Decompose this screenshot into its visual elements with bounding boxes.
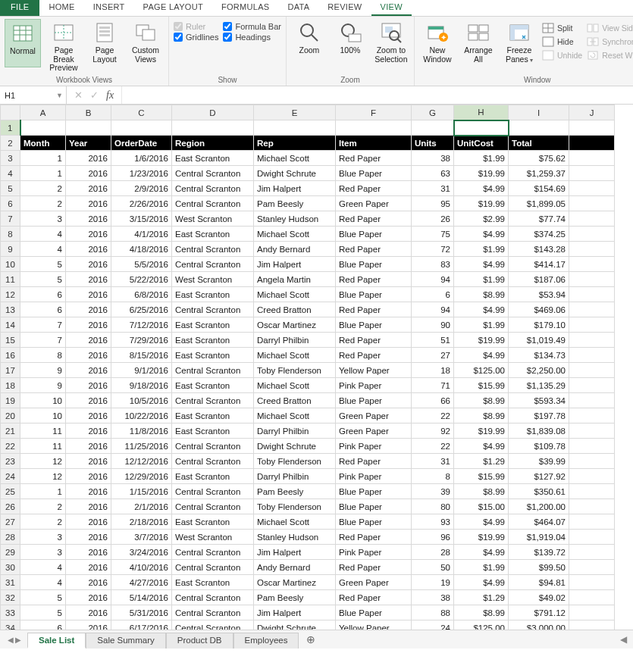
cell-C29[interactable]: 3/24/2016 (111, 545, 172, 560)
cell-A17[interactable]: 9 (20, 363, 66, 378)
col-header-D[interactable]: D (172, 105, 254, 120)
cell-I22[interactable]: $109.78 (509, 439, 569, 454)
100--button[interactable]: 100% (332, 19, 368, 66)
zoom-button[interactable]: Zoom (291, 19, 327, 66)
row-header-28[interactable]: 28 (1, 530, 20, 545)
cell-F3[interactable]: Red Paper (336, 151, 412, 166)
cell-D12[interactable]: East Scranton (172, 287, 254, 302)
col-header-J[interactable]: J (569, 105, 615, 120)
cell-J33[interactable] (569, 605, 615, 620)
cell-F12[interactable]: Blue Paper (336, 287, 412, 302)
cell-F19[interactable]: Blue Paper (336, 393, 412, 408)
cell-E13[interactable]: Creed Bratton (254, 302, 336, 317)
cell-J7[interactable] (569, 211, 615, 227)
cell-I6[interactable]: $1,899.05 (509, 196, 569, 211)
cell-C16[interactable]: 8/15/2016 (111, 348, 172, 363)
cell-H8[interactable]: $4.99 (454, 227, 509, 242)
cell-I10[interactable]: $414.17 (509, 257, 569, 272)
sheet-prev-icon[interactable]: ◀ (8, 636, 14, 644)
cell-B28[interactable]: 2016 (66, 530, 111, 545)
cell-D10[interactable]: Central Scranton (172, 257, 254, 272)
cell-F25[interactable]: Blue Paper (336, 484, 412, 499)
cell-J19[interactable] (569, 393, 615, 408)
cell-E6[interactable]: Pam Beesly (254, 196, 336, 211)
cell-C31[interactable]: 4/27/2016 (111, 575, 172, 590)
cell-B26[interactable]: 2016 (66, 499, 111, 514)
cell-C4[interactable]: 1/23/2016 (111, 166, 172, 181)
cell-E10[interactable]: Jim Halpert (254, 257, 336, 272)
cell-A28[interactable]: 3 (20, 530, 66, 545)
cell-G33[interactable]: 88 (412, 605, 454, 620)
cell-A33[interactable]: 5 (20, 605, 66, 620)
cell-G15[interactable]: 51 (412, 333, 454, 348)
cell-H27[interactable]: $4.99 (454, 514, 509, 530)
header-cell-item[interactable]: Item (336, 136, 412, 151)
cell-G16[interactable]: 27 (412, 348, 454, 363)
cell-A12[interactable]: 6 (20, 287, 66, 302)
cell-H26[interactable]: $15.00 (454, 499, 509, 514)
cell-C13[interactable]: 6/25/2016 (111, 302, 172, 317)
cell-G7[interactable]: 26 (412, 211, 454, 227)
cell-A24[interactable]: 12 (20, 469, 66, 484)
header-cell-total[interactable]: Total (509, 136, 569, 151)
cell-F9[interactable]: Red Paper (336, 242, 412, 257)
sheet-tab-employees[interactable]: Employees (233, 633, 299, 649)
cell-B6[interactable]: 2016 (66, 196, 111, 211)
cell-E4[interactable]: Dwight Schrute (254, 166, 336, 181)
cell-H17[interactable]: $125.00 (454, 363, 509, 378)
cell-F29[interactable]: Pink Paper (336, 545, 412, 560)
cell-D7[interactable]: West Scranton (172, 211, 254, 227)
row-header-21[interactable]: 21 (1, 424, 20, 439)
cell-F33[interactable]: Blue Paper (336, 605, 412, 620)
col-header-B[interactable]: B (66, 105, 111, 120)
cell-J24[interactable] (569, 469, 615, 484)
cell-D19[interactable]: Central Scranton (172, 393, 254, 408)
cell-D33[interactable]: Central Scranton (172, 605, 254, 620)
cell-I9[interactable]: $143.28 (509, 242, 569, 257)
cell-G34[interactable]: 24 (412, 620, 454, 631)
cell-C14[interactable]: 7/12/2016 (111, 317, 172, 333)
row-header-20[interactable]: 20 (1, 408, 20, 424)
cell-H12[interactable]: $8.99 (454, 287, 509, 302)
cell-C7[interactable]: 3/15/2016 (111, 211, 172, 227)
cell-A15[interactable]: 7 (20, 333, 66, 348)
cell-F28[interactable]: Red Paper (336, 530, 412, 545)
cell-A31[interactable]: 4 (20, 575, 66, 590)
cell-J17[interactable] (569, 363, 615, 378)
cell-E12[interactable]: Michael Scott (254, 287, 336, 302)
row-header-8[interactable]: 8 (1, 227, 20, 242)
row-header-11[interactable]: 11 (1, 272, 20, 287)
sheet-tab-sale-summary[interactable]: Sale Summary (86, 633, 165, 649)
cell-D11[interactable]: West Scranton (172, 272, 254, 287)
cell-E8[interactable]: Michael Scott (254, 227, 336, 242)
cell-F21[interactable]: Green Paper (336, 424, 412, 439)
cell-J16[interactable] (569, 348, 615, 363)
row-header-23[interactable]: 23 (1, 454, 20, 469)
cell-J10[interactable] (569, 257, 615, 272)
cell-E27[interactable]: Michael Scott (254, 514, 336, 530)
row-header-1[interactable]: 1 (1, 120, 20, 136)
cell-G28[interactable]: 96 (412, 530, 454, 545)
cell-F13[interactable]: Red Paper (336, 302, 412, 317)
cell-C8[interactable]: 4/1/2016 (111, 227, 172, 242)
col-header-H[interactable]: H (454, 105, 509, 120)
cell-F5[interactable]: Red Paper (336, 181, 412, 196)
cell-A10[interactable]: 5 (20, 257, 66, 272)
cell-H20[interactable]: $8.99 (454, 408, 509, 424)
cell-D5[interactable]: Central Scranton (172, 181, 254, 196)
cell-E21[interactable]: Darryl Philbin (254, 424, 336, 439)
sheet-tab-product-db[interactable]: Product DB (166, 633, 233, 649)
cell-C19[interactable]: 10/5/2016 (111, 393, 172, 408)
cell-H1[interactable] (454, 120, 509, 136)
cell-B7[interactable]: 2016 (66, 211, 111, 227)
cell-J3[interactable] (569, 151, 615, 166)
cell-D23[interactable]: Central Scranton (172, 454, 254, 469)
cell-A19[interactable]: 10 (20, 393, 66, 408)
row-header-26[interactable]: 26 (1, 499, 20, 514)
cell-I15[interactable]: $1,019.49 (509, 333, 569, 348)
row-header-32[interactable]: 32 (1, 590, 20, 605)
cell-H5[interactable]: $4.99 (454, 181, 509, 196)
cell-C32[interactable]: 5/14/2016 (111, 590, 172, 605)
cell-B29[interactable]: 2016 (66, 545, 111, 560)
row-header-34[interactable]: 34 (1, 620, 20, 631)
